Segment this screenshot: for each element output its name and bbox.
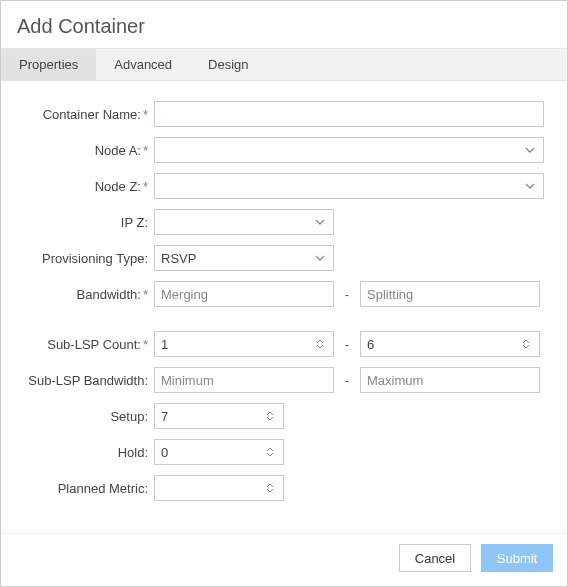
node-z-select[interactable]: [154, 173, 544, 199]
label-sub-lsp-bandwidth: Sub-LSP Bandwidth:: [19, 373, 154, 388]
chevron-down-icon: [313, 253, 327, 263]
label-planned-metric: Planned Metric:: [19, 481, 154, 496]
sub-lsp-bw-min-input[interactable]: Minimum: [154, 367, 334, 393]
spinner-icon: [263, 411, 277, 421]
spinner-icon: [263, 483, 277, 493]
range-separator: -: [340, 337, 354, 352]
chevron-down-icon: [523, 145, 537, 155]
spinner-icon: [519, 339, 533, 349]
ip-z-select[interactable]: [154, 209, 334, 235]
tab-design[interactable]: Design: [190, 49, 266, 80]
label-node-z: Node Z:*: [19, 179, 154, 194]
form-area: Container Name:* Node A:* Node Z:: [1, 81, 567, 533]
planned-metric-stepper[interactable]: [154, 475, 284, 501]
setup-stepper[interactable]: 7: [154, 403, 284, 429]
chevron-down-icon: [313, 217, 327, 227]
label-provisioning-type: Provisioning Type:: [19, 251, 154, 266]
tab-advanced[interactable]: Advanced: [96, 49, 190, 80]
bandwidth-merging-input[interactable]: Merging: [154, 281, 334, 307]
range-separator: -: [340, 287, 354, 302]
spinner-icon: [313, 339, 327, 349]
label-container-name: Container Name:*: [19, 107, 154, 122]
tab-properties[interactable]: Properties: [1, 49, 96, 80]
container-name-input[interactable]: [154, 101, 544, 127]
chevron-down-icon: [523, 181, 537, 191]
label-sub-lsp-count: Sub-LSP Count:*: [19, 337, 154, 352]
dialog-footer: Cancel Submit: [1, 533, 567, 586]
tab-bar: Properties Advanced Design: [1, 48, 567, 81]
hold-stepper[interactable]: 0: [154, 439, 284, 465]
provisioning-type-select[interactable]: RSVP: [154, 245, 334, 271]
node-a-select[interactable]: [154, 137, 544, 163]
dialog-title: Add Container: [1, 1, 567, 48]
spinner-icon: [263, 447, 277, 457]
sub-lsp-bw-max-input[interactable]: Maximum: [360, 367, 540, 393]
sub-lsp-count-max-stepper[interactable]: 6: [360, 331, 540, 357]
bandwidth-splitting-input[interactable]: Splitting: [360, 281, 540, 307]
submit-button[interactable]: Submit: [481, 544, 553, 572]
label-setup: Setup:: [19, 409, 154, 424]
label-bandwidth: Bandwidth:*: [19, 287, 154, 302]
cancel-button[interactable]: Cancel: [399, 544, 471, 572]
add-container-dialog: Add Container Properties Advanced Design…: [0, 0, 568, 587]
label-node-a: Node A:*: [19, 143, 154, 158]
label-ip-z: IP Z:: [19, 215, 154, 230]
sub-lsp-count-min-stepper[interactable]: 1: [154, 331, 334, 357]
label-hold: Hold:: [19, 445, 154, 460]
range-separator: -: [340, 373, 354, 388]
